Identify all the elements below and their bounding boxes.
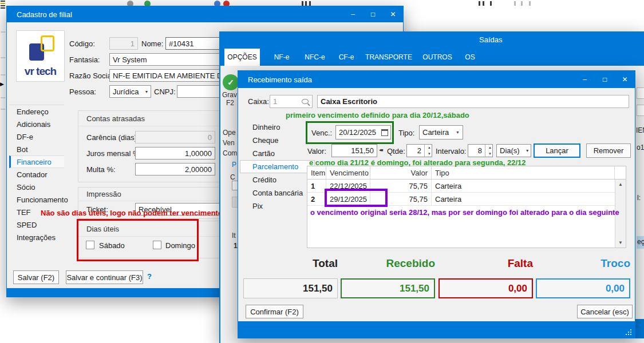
- menu-lines-icon: [1, 1, 5, 2]
- right-edge-fragment: IEN: [636, 126, 644, 134]
- sidebar-item-funcionamento[interactable]: Funcionamento: [9, 193, 64, 206]
- chevron-down-icon: ▼: [523, 149, 531, 153]
- toolbar-icon-sliver: [223, 1, 230, 6]
- column-header-tipo[interactable]: Tipo: [432, 166, 615, 179]
- grid-cell-fragment: 1: [234, 242, 238, 250]
- group-title: Contas atrasadas: [86, 114, 145, 123]
- window-title: Cadastro de filial: [7, 10, 72, 19]
- cell-item[interactable]: 2: [307, 193, 326, 205]
- multa-field[interactable]: 2,00000: [135, 163, 215, 176]
- cell-tipo[interactable]: Carteira: [432, 180, 615, 192]
- payment-item-cartao[interactable]: Cartão: [240, 147, 315, 160]
- sidebar-item-endereco[interactable]: Endereço: [9, 105, 64, 118]
- green-highlight-rectangle: [306, 121, 394, 144]
- stepper-arrows[interactable]: ▲▼: [424, 145, 432, 157]
- falta-label: Falta: [438, 257, 533, 270]
- sidebar-item-adicionais[interactable]: Adicionais: [9, 118, 64, 130]
- fantasia-field[interactable]: Vr System: [109, 53, 225, 66]
- tab-cfe[interactable]: CF-e: [333, 49, 359, 66]
- gravar-check-icon[interactable]: ✓: [223, 74, 239, 90]
- payment-item-parcelamento[interactable]: Parcelamento: [240, 160, 315, 173]
- sidebar-item-bot[interactable]: Bot: [9, 143, 64, 155]
- payment-item-credito[interactable]: Crédito: [240, 173, 315, 186]
- codigo-field[interactable]: 1: [109, 37, 138, 50]
- confirmar-button[interactable]: Confirmar (F2): [246, 305, 303, 318]
- valor-field[interactable]: 151,50: [331, 144, 377, 157]
- cadastro-titlebar[interactable]: Cadastro de filial – □ ✕: [7, 6, 403, 22]
- intervalo-unit-select[interactable]: Dia(s)▼: [496, 144, 531, 157]
- minimize-icon[interactable]: –: [343, 6, 363, 22]
- falta-value-box: 0,00: [438, 278, 533, 298]
- recebimento-titlebar[interactable]: Recebimento saída – □ ✕: [238, 71, 635, 88]
- payment-item-cheque[interactable]: Cheque: [240, 134, 315, 147]
- spin-up-icon[interactable]: ▲: [488, 145, 489, 151]
- sidebar-item-integracoes[interactable]: Integrações: [9, 231, 64, 244]
- spin-down-icon[interactable]: ▼: [428, 151, 429, 157]
- qtde-stepper[interactable]: 2▲▼: [406, 144, 432, 157]
- scroll-up-icon[interactable]: ▲: [618, 180, 623, 189]
- maximize-icon[interactable]: □: [363, 6, 383, 22]
- spin-up-icon[interactable]: ▲: [428, 145, 429, 151]
- payment-item-pix[interactable]: Pix: [240, 200, 315, 213]
- sidebar-item-socio[interactable]: Sócio: [9, 181, 64, 193]
- total-value-box: 151,50: [243, 278, 338, 298]
- cnpj-field[interactable]: [177, 85, 225, 98]
- cell-item[interactable]: 1: [307, 180, 326, 192]
- stepper-arrows[interactable]: ▲▼: [485, 145, 492, 157]
- toolbar-icon-sliver: [214, 1, 220, 6]
- help-button[interactable]: ?: [147, 272, 152, 281]
- juros-field[interactable]: 1,00000: [135, 147, 215, 159]
- intervalo-stepper[interactable]: 8▲▼: [468, 144, 493, 157]
- resize-grip[interactable]: [625, 329, 632, 336]
- tipo-select[interactable]: Carteira▼: [419, 125, 463, 139]
- right-edge-fragment: o1: [637, 143, 644, 151]
- logo-yellow-shape: [41, 35, 54, 51]
- cell-tipo[interactable]: Carteira: [432, 193, 615, 205]
- razao-social-field[interactable]: NF-E EMITIDA EM AMBIENTE DE HO: [109, 69, 225, 82]
- caixa-label: Caixa:: [248, 97, 269, 106]
- rewind-icon[interactable]: ◂◂: [379, 147, 382, 153]
- minimize-icon[interactable]: –: [575, 71, 595, 88]
- tab-nfce[interactable]: NFC-e: [300, 49, 330, 66]
- sidebar-item-dfe[interactable]: DF-e: [9, 130, 64, 143]
- tab-nfe[interactable]: NF-e: [268, 49, 295, 66]
- screen: ▶ Cadastro de filial – □ ✕ vr tech Códig…: [0, 0, 644, 343]
- troco-label: Troco: [536, 257, 630, 270]
- sidebar-item-sped[interactable]: SPED: [9, 218, 64, 231]
- pessoa-select[interactable]: Jurídica▼: [109, 85, 151, 98]
- scroll-down-icon[interactable]: ▼: [618, 238, 623, 248]
- column-header-vencimento[interactable]: Vencimento: [326, 166, 370, 179]
- field-sliver: [637, 87, 644, 99]
- close-icon[interactable]: ✕: [615, 71, 635, 88]
- intervalo-label: Intervalo:: [436, 147, 466, 155]
- tab-transporte[interactable]: TRANSPORTE: [362, 49, 415, 66]
- group-title: Impressão: [86, 190, 121, 198]
- chevron-down-icon: ▼: [453, 130, 463, 134]
- nome-field[interactable]: #10431: [165, 37, 225, 50]
- salvar-button[interactable]: Salvar (F2): [13, 270, 59, 284]
- remover-button[interactable]: Remover: [586, 143, 631, 158]
- carencia-field[interactable]: 0: [135, 131, 215, 143]
- maximize-icon[interactable]: □: [595, 71, 615, 88]
- payment-item-conta-bancaria[interactable]: Conta bancária: [240, 186, 315, 200]
- tab-outros[interactable]: OUTROS: [420, 49, 455, 66]
- salvar-continuar-button[interactable]: Salvar e continuar (F3): [66, 270, 143, 284]
- saidas-titlebar[interactable]: Saídas OPÇÕES NF-e NFC-e CF-e TRANSPORTE…: [220, 31, 644, 66]
- tab-os[interactable]: OS: [460, 49, 480, 66]
- tab-opcoes[interactable]: OPÇÕES: [224, 49, 260, 66]
- sidebar-item-contador[interactable]: Contador: [9, 168, 64, 181]
- caixa-name-field[interactable]: Caixa Escritorio: [317, 95, 629, 108]
- close-icon[interactable]: ✕: [383, 6, 403, 22]
- lancar-button[interactable]: Lançar: [534, 143, 580, 158]
- spin-down-icon[interactable]: ▼: [488, 151, 489, 157]
- grid-header-fragment: It: [232, 232, 236, 240]
- green-annotation-2: e como dia 21/12 é domingo, foi alterado…: [309, 158, 526, 167]
- background-toolbar-sliver: [0, 0, 644, 6]
- payment-item-dinheiro[interactable]: Dinheiro: [240, 121, 315, 134]
- field-sliver: [637, 105, 644, 116]
- caixa-code-field[interactable]: 1: [270, 95, 313, 108]
- cancelar-button[interactable]: Cancelar (esc): [577, 305, 633, 318]
- sidebar-item-financeiro[interactable]: Financeiro: [9, 155, 64, 168]
- column-header-item[interactable]: Item: [307, 166, 326, 179]
- column-header-valor[interactable]: Valor: [370, 166, 432, 179]
